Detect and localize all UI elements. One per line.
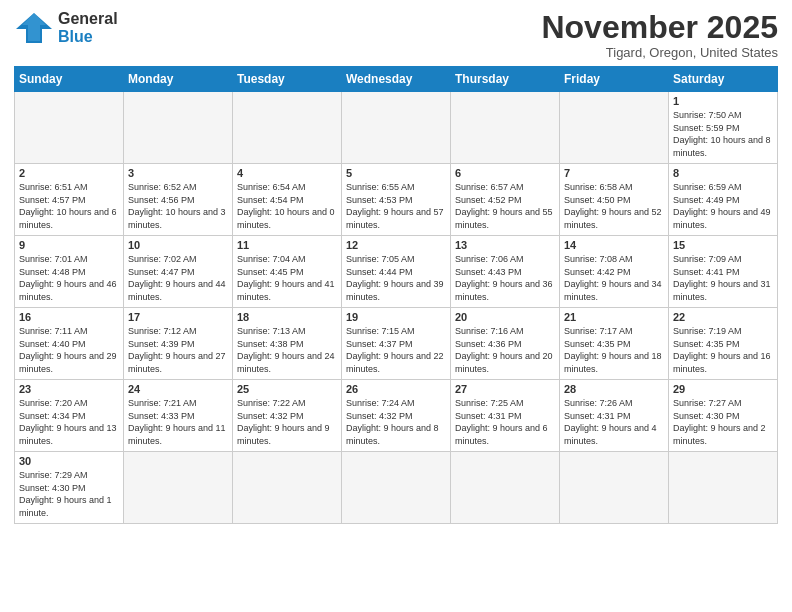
calendar-week-row: 2Sunrise: 6:51 AMSunset: 4:57 PMDaylight… (15, 164, 778, 236)
day-info: Sunrise: 7:50 AMSunset: 5:59 PMDaylight:… (673, 109, 773, 159)
calendar-cell: 19Sunrise: 7:15 AMSunset: 4:37 PMDayligh… (342, 308, 451, 380)
day-number: 22 (673, 311, 773, 323)
day-info: Sunrise: 7:21 AMSunset: 4:33 PMDaylight:… (128, 397, 228, 447)
weekday-header-thursday: Thursday (451, 67, 560, 92)
day-info: Sunrise: 7:04 AMSunset: 4:45 PMDaylight:… (237, 253, 337, 303)
calendar-cell: 25Sunrise: 7:22 AMSunset: 4:32 PMDayligh… (233, 380, 342, 452)
calendar-cell (451, 92, 560, 164)
day-number: 16 (19, 311, 119, 323)
day-number: 9 (19, 239, 119, 251)
day-info: Sunrise: 7:29 AMSunset: 4:30 PMDaylight:… (19, 469, 119, 519)
day-info: Sunrise: 6:54 AMSunset: 4:54 PMDaylight:… (237, 181, 337, 231)
day-number: 8 (673, 167, 773, 179)
day-number: 19 (346, 311, 446, 323)
day-number: 15 (673, 239, 773, 251)
calendar-week-row: 9Sunrise: 7:01 AMSunset: 4:48 PMDaylight… (15, 236, 778, 308)
day-info: Sunrise: 7:09 AMSunset: 4:41 PMDaylight:… (673, 253, 773, 303)
day-number: 14 (564, 239, 664, 251)
calendar-cell: 4Sunrise: 6:54 AMSunset: 4:54 PMDaylight… (233, 164, 342, 236)
day-number: 13 (455, 239, 555, 251)
day-info: Sunrise: 6:55 AMSunset: 4:53 PMDaylight:… (346, 181, 446, 231)
calendar-week-row: 30Sunrise: 7:29 AMSunset: 4:30 PMDayligh… (15, 452, 778, 523)
day-info: Sunrise: 7:02 AMSunset: 4:47 PMDaylight:… (128, 253, 228, 303)
calendar-cell: 16Sunrise: 7:11 AMSunset: 4:40 PMDayligh… (15, 308, 124, 380)
calendar-cell (233, 92, 342, 164)
day-number: 17 (128, 311, 228, 323)
day-info: Sunrise: 7:24 AMSunset: 4:32 PMDaylight:… (346, 397, 446, 447)
calendar-cell (560, 452, 669, 523)
day-number: 25 (237, 383, 337, 395)
day-number: 21 (564, 311, 664, 323)
logo-icon (14, 11, 54, 45)
calendar-cell: 29Sunrise: 7:27 AMSunset: 4:30 PMDayligh… (669, 380, 778, 452)
calendar-cell: 24Sunrise: 7:21 AMSunset: 4:33 PMDayligh… (124, 380, 233, 452)
title-block: November 2025 Tigard, Oregon, United Sta… (541, 10, 778, 60)
calendar-cell: 3Sunrise: 6:52 AMSunset: 4:56 PMDaylight… (124, 164, 233, 236)
day-number: 2 (19, 167, 119, 179)
day-number: 24 (128, 383, 228, 395)
weekday-header-saturday: Saturday (669, 67, 778, 92)
day-info: Sunrise: 7:15 AMSunset: 4:37 PMDaylight:… (346, 325, 446, 375)
day-info: Sunrise: 6:58 AMSunset: 4:50 PMDaylight:… (564, 181, 664, 231)
weekday-header-friday: Friday (560, 67, 669, 92)
day-info: Sunrise: 7:01 AMSunset: 4:48 PMDaylight:… (19, 253, 119, 303)
day-info: Sunrise: 7:12 AMSunset: 4:39 PMDaylight:… (128, 325, 228, 375)
calendar-cell (342, 92, 451, 164)
calendar-week-row: 1Sunrise: 7:50 AMSunset: 5:59 PMDaylight… (15, 92, 778, 164)
day-number: 26 (346, 383, 446, 395)
calendar-cell (451, 452, 560, 523)
calendar-table: SundayMondayTuesdayWednesdayThursdayFrid… (14, 66, 778, 523)
calendar-cell: 8Sunrise: 6:59 AMSunset: 4:49 PMDaylight… (669, 164, 778, 236)
calendar-cell (233, 452, 342, 523)
calendar-cell (15, 92, 124, 164)
day-number: 18 (237, 311, 337, 323)
calendar-header-row: SundayMondayTuesdayWednesdayThursdayFrid… (15, 67, 778, 92)
calendar-cell (124, 92, 233, 164)
day-number: 12 (346, 239, 446, 251)
logo: General Blue (14, 10, 118, 45)
day-number: 4 (237, 167, 337, 179)
calendar-cell: 26Sunrise: 7:24 AMSunset: 4:32 PMDayligh… (342, 380, 451, 452)
day-number: 7 (564, 167, 664, 179)
day-number: 29 (673, 383, 773, 395)
day-number: 23 (19, 383, 119, 395)
calendar-cell: 30Sunrise: 7:29 AMSunset: 4:30 PMDayligh… (15, 452, 124, 523)
calendar-cell: 5Sunrise: 6:55 AMSunset: 4:53 PMDaylight… (342, 164, 451, 236)
calendar-cell (342, 452, 451, 523)
header: General Blue November 2025 Tigard, Orego… (14, 10, 778, 60)
day-number: 5 (346, 167, 446, 179)
day-info: Sunrise: 7:26 AMSunset: 4:31 PMDaylight:… (564, 397, 664, 447)
weekday-header-monday: Monday (124, 67, 233, 92)
day-info: Sunrise: 6:52 AMSunset: 4:56 PMDaylight:… (128, 181, 228, 231)
calendar-cell (560, 92, 669, 164)
calendar-cell: 7Sunrise: 6:58 AMSunset: 4:50 PMDaylight… (560, 164, 669, 236)
weekday-header-sunday: Sunday (15, 67, 124, 92)
day-info: Sunrise: 6:51 AMSunset: 4:57 PMDaylight:… (19, 181, 119, 231)
day-number: 10 (128, 239, 228, 251)
day-info: Sunrise: 7:06 AMSunset: 4:43 PMDaylight:… (455, 253, 555, 303)
day-info: Sunrise: 7:08 AMSunset: 4:42 PMDaylight:… (564, 253, 664, 303)
calendar-cell: 20Sunrise: 7:16 AMSunset: 4:36 PMDayligh… (451, 308, 560, 380)
day-info: Sunrise: 7:27 AMSunset: 4:30 PMDaylight:… (673, 397, 773, 447)
calendar-week-row: 23Sunrise: 7:20 AMSunset: 4:34 PMDayligh… (15, 380, 778, 452)
day-info: Sunrise: 6:57 AMSunset: 4:52 PMDaylight:… (455, 181, 555, 231)
calendar-cell: 14Sunrise: 7:08 AMSunset: 4:42 PMDayligh… (560, 236, 669, 308)
calendar-cell: 22Sunrise: 7:19 AMSunset: 4:35 PMDayligh… (669, 308, 778, 380)
day-number: 27 (455, 383, 555, 395)
calendar-cell: 6Sunrise: 6:57 AMSunset: 4:52 PMDaylight… (451, 164, 560, 236)
calendar-cell: 17Sunrise: 7:12 AMSunset: 4:39 PMDayligh… (124, 308, 233, 380)
logo-blue: Blue (58, 28, 118, 46)
logo-general: General (58, 10, 118, 28)
day-number: 6 (455, 167, 555, 179)
day-info: Sunrise: 7:05 AMSunset: 4:44 PMDaylight:… (346, 253, 446, 303)
calendar-cell (124, 452, 233, 523)
day-info: Sunrise: 7:13 AMSunset: 4:38 PMDaylight:… (237, 325, 337, 375)
day-info: Sunrise: 7:17 AMSunset: 4:35 PMDaylight:… (564, 325, 664, 375)
calendar-cell: 28Sunrise: 7:26 AMSunset: 4:31 PMDayligh… (560, 380, 669, 452)
calendar-cell (669, 452, 778, 523)
calendar-cell: 12Sunrise: 7:05 AMSunset: 4:44 PMDayligh… (342, 236, 451, 308)
day-number: 1 (673, 95, 773, 107)
day-info: Sunrise: 6:59 AMSunset: 4:49 PMDaylight:… (673, 181, 773, 231)
day-info: Sunrise: 7:20 AMSunset: 4:34 PMDaylight:… (19, 397, 119, 447)
day-number: 3 (128, 167, 228, 179)
